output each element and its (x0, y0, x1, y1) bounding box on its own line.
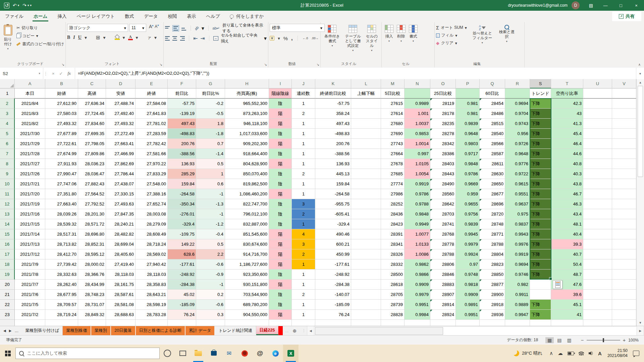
cell-P17[interactable]: 0.9924 (456, 249, 480, 259)
cell-F4[interactable]: 497.43 (168, 119, 196, 129)
cell-G20[interactable]: -1 (196, 280, 225, 290)
cell-K4[interactable]: 497.43 (315, 119, 351, 129)
cell-Q14[interactable]: 28748 (480, 219, 505, 229)
cell-V9[interactable] (612, 169, 636, 179)
header-cell-Q1[interactable]: 60日比 (480, 88, 505, 99)
cell-G5[interactable]: -1.8 (196, 129, 225, 139)
cell-M11[interactable]: 27986 (381, 189, 405, 199)
cell-S6[interactable]: 下降 (530, 139, 551, 149)
cell-V5[interactable] (612, 129, 636, 139)
row-header-11[interactable]: 11 (0, 189, 15, 199)
cell-H5[interactable]: 1,017,033,600 (225, 129, 269, 139)
cell-L11[interactable] (351, 189, 381, 199)
cell-C19[interactable]: 28,366.76 (78, 269, 106, 280)
cell-U3[interactable] (583, 109, 612, 119)
cell-N5[interactable]: 0.9853 (405, 129, 430, 139)
column-header-A[interactable]: A (15, 79, 45, 88)
cell-J14[interactable]: 1 (292, 219, 315, 229)
cell-P8[interactable]: 0.9848 (456, 159, 480, 169)
cell-G12[interactable]: -1.3 (196, 199, 225, 209)
cell-Q11[interactable]: 28677 (480, 189, 505, 199)
ribbon-tab-ファイル[interactable]: ファイル (0, 11, 29, 22)
cell-K2[interactable]: -57.75 (315, 99, 351, 109)
cell-R21[interactable]: 0.9911 (505, 290, 530, 300)
cell-D17[interactable]: 28,405.60 (106, 249, 136, 259)
cell-A3[interactable]: 2021/8/3 (15, 109, 45, 119)
cell-F20[interactable]: -284.38 (168, 280, 196, 290)
cell-M19[interactable]: 28500 (381, 269, 405, 280)
cell-L15[interactable] (351, 229, 381, 239)
cell-L22[interactable] (351, 300, 381, 310)
ribbon-tab-数式[interactable]: 数式 (120, 11, 139, 22)
find-select-button[interactable]: 検索と選択▾ (496, 24, 518, 61)
cell-A23[interactable]: 2021/7/2 (15, 310, 45, 320)
cell-J6[interactable]: 1 (292, 139, 315, 149)
cell-F11[interactable]: -264.58 (168, 189, 196, 199)
cell-B19[interactable]: 28,332.63 (45, 269, 78, 280)
cell-G6[interactable]: 0.7 (196, 139, 225, 149)
cell-J18[interactable]: 1 (292, 259, 315, 269)
cell-A15[interactable]: 2021/7/14 (15, 229, 45, 239)
comma-style-button[interactable]: , (291, 35, 293, 42)
cell-I12[interactable]: 陰 (269, 199, 292, 209)
header-cell-P1[interactable] (456, 88, 480, 99)
email-app-button[interactable]: @ (252, 345, 268, 362)
cell-B20[interactable]: 28,262.40 (45, 280, 78, 290)
account-email[interactable]: dryourtearswithlove1@gmail.com (508, 3, 568, 8)
cell-C4[interactable]: 27,834.60 (78, 119, 106, 129)
cell-B16[interactable]: 28,713.82 (45, 239, 78, 249)
cell-I21[interactable]: 陰 (269, 290, 292, 300)
cell-I7[interactable]: 陰 (269, 149, 292, 159)
cell-N23[interactable]: 0.9984 (405, 310, 430, 320)
cell-N6[interactable]: 1.0014 (405, 139, 430, 149)
cell-O14[interactable]: 28741 (430, 219, 456, 229)
cell-O8[interactable]: 28403 (430, 159, 456, 169)
cell-J7[interactable]: 1 (292, 149, 315, 159)
cell-B23[interactable]: 28,719.24 (45, 310, 78, 320)
cell-N9[interactable]: 1.0054 (405, 169, 430, 179)
cell-P18[interactable]: 0.97 (456, 259, 480, 269)
cell-F17[interactable]: 628.6 (168, 249, 196, 259)
cell-D4[interactable]: 27,493.32 (106, 119, 136, 129)
cell-E15[interactable]: 28,608.49 (136, 229, 168, 239)
cell-M17[interactable]: 28326 (381, 249, 405, 259)
ribbon-tab-挿入[interactable]: 挿入 (52, 11, 71, 22)
ribbon-tab-ホーム[interactable]: ホーム (29, 11, 52, 22)
cell-U22[interactable] (583, 300, 612, 310)
decrease-font-icon[interactable]: A▾ (155, 24, 159, 32)
cell-U17[interactable] (583, 249, 612, 259)
cell-K19[interactable]: -248.92 (315, 269, 351, 280)
cell-K18[interactable]: -177.61 (315, 259, 351, 269)
cell-D22[interactable]: 28,581.08 (106, 300, 136, 310)
cell-H6[interactable]: 909,202,300 (225, 139, 269, 149)
cell-N21[interactable]: 0.9979 (405, 290, 430, 300)
header-cell-E1[interactable]: 終値 (136, 88, 168, 99)
header-cell-I1[interactable]: 陽線陰線 (269, 88, 292, 99)
cell-J2[interactable]: 1 (292, 99, 315, 109)
row-header-23[interactable]: 23 (0, 310, 15, 320)
cell-H11[interactable]: 1,086,460,200 (225, 189, 269, 199)
cell-N12[interactable]: 0.9788 (405, 199, 430, 209)
cell-C16[interactable]: 28,852.31 (78, 239, 106, 249)
cell-H13[interactable]: 796,012,100 (225, 209, 269, 219)
cell-M22[interactable]: 28739 (381, 300, 405, 310)
cell-R14[interactable]: 0.9837 (505, 219, 530, 229)
cell-L16[interactable] (351, 239, 381, 249)
sheet-tab-日別と株価による診断[interactable]: 日別と株価による診断 (136, 326, 185, 335)
cell-F13[interactable]: -276.01 (168, 209, 196, 219)
page-break-view-icon[interactable]: ▥ (565, 337, 574, 343)
undo-dropdown-icon[interactable]: ▾ (18, 4, 19, 7)
cell-K8[interactable]: 136.93 (315, 159, 351, 169)
cell-I9[interactable]: 陰 (269, 169, 292, 179)
column-header-M[interactable]: M (381, 79, 405, 88)
sheet-tab-業種別[interactable]: 業種別 (91, 326, 111, 335)
cell-R15[interactable]: 0.9943 (505, 229, 530, 239)
cell-A6[interactable]: 2021/7/29 (15, 139, 45, 149)
decrease-decimal-icon[interactable]: .00→ (311, 37, 319, 40)
cell-D10[interactable]: 27,438.07 (106, 179, 136, 189)
cell-I3[interactable]: 陽 (269, 109, 292, 119)
header-cell-B1[interactable]: 始値 (45, 88, 78, 99)
cell-24[interactable] (405, 320, 430, 326)
cell-D12[interactable]: 27,493.63 (106, 199, 136, 209)
cell-K23[interactable]: 76.24 (315, 310, 351, 320)
